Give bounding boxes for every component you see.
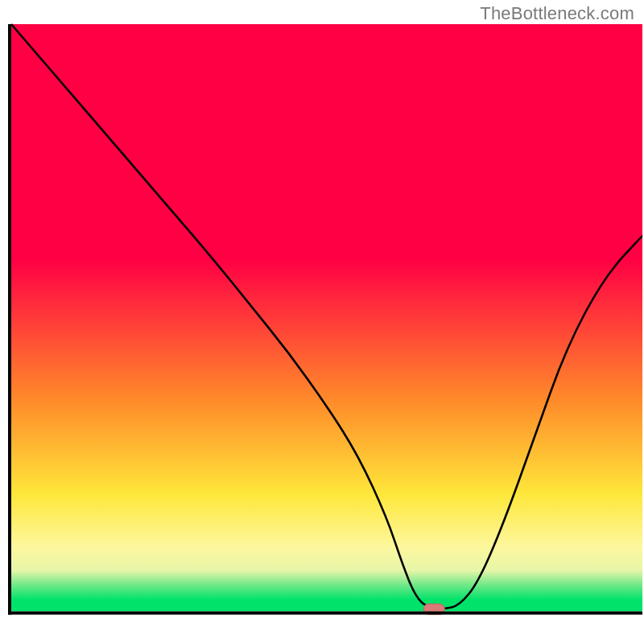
plot-background bbox=[11, 24, 642, 612]
watermark-text: TheBottleneck.com bbox=[480, 3, 634, 24]
chart-container: TheBottleneck.com bbox=[0, 0, 644, 644]
bottleneck-chart bbox=[0, 0, 644, 644]
